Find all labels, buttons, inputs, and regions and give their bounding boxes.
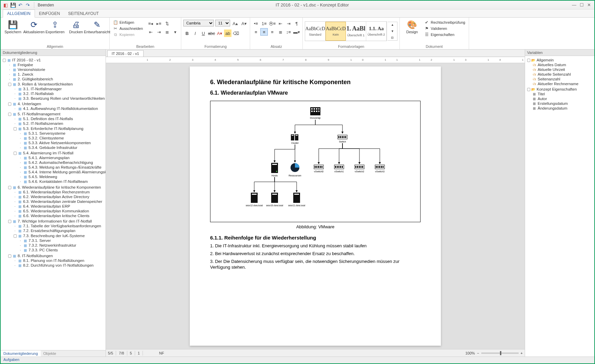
font-name-select[interactable]: Cambria	[183, 20, 214, 26]
outline-item[interactable]: ·▦7.3.1. Server	[18, 238, 105, 243]
outline-item[interactable]: ▢▦5. IT-Notfallmanagement·▦5.1. Definiti…	[7, 111, 105, 185]
outline-item[interactable]: ·▦6.3. Wiederanlaufplan zentrale Datensp…	[13, 199, 105, 204]
outdent-icon[interactable]: ⇤	[147, 28, 154, 36]
validate-button[interactable]: ⚑Validieren	[423, 26, 467, 31]
quit-button[interactable]: Beenden	[38, 3, 54, 7]
ruler-horizontal[interactable]: 1 2 3 4 5 6 7 8 9 10 11 12 13 14 15 16 1…	[106, 57, 525, 63]
outline-item[interactable]: ·▦5.4.4. Interne Meldung gemäß Alarmieru…	[18, 170, 105, 174]
outline-item[interactable]: ·▦8.2. Durchführung von IT-Notfallübunge…	[13, 263, 105, 268]
outline-item[interactable]: ·▦3.2. IT-Notfallstab	[13, 91, 105, 96]
tab-insert[interactable]: EINFÜGEN	[35, 10, 64, 17]
outline-item[interactable]: ·▦6.6. Wiederanlaufplan kritische Client…	[13, 213, 105, 218]
outline-item[interactable]: ·▦5.1. Definition des IT-Notfalls	[13, 116, 105, 121]
outline-item[interactable]: ·▦6.4. Wiederanlaufplan ERP	[13, 204, 105, 209]
style-standard[interactable]: AaBbCcDStandard	[305, 22, 326, 41]
outline-item[interactable]: ▢▦3. Rollen & Verantwortlichkeiten·▦3.1.…	[7, 81, 105, 101]
outline-item[interactable]: ▢▦5.3. Erforderliche IT-Notfallplanung·▦…	[13, 126, 105, 150]
clear-format-icon[interactable]: ⌫	[232, 30, 240, 37]
var-modified[interactable]: ⊞Änderungsdatum	[532, 106, 594, 111]
outline-item[interactable]: ·▦6.5. Wiederanlaufplan Kommunikation	[13, 209, 105, 213]
indent-inc-icon[interactable]: ▸≡	[155, 20, 163, 27]
line-spacing-icon[interactable]: ↕≡	[285, 28, 292, 36]
outline-item[interactable]: ·▦5.3.4. Gebäude Infrastruktur	[18, 145, 105, 150]
var-current-date[interactable]: √xAktuelles Datum	[532, 62, 594, 67]
shrink-font-icon[interactable]: A▾	[240, 20, 248, 27]
align-center-icon[interactable]: ≡	[260, 28, 268, 36]
outline-item[interactable]: ·▦Versionshistorie	[7, 67, 105, 72]
increase-indent-icon[interactable]: ⇥	[285, 20, 292, 27]
properties-button[interactable]: ☰Eigenschaften	[423, 32, 467, 37]
variables-tree[interactable]: ▢📂Allgemein √xAktuelles Datum √xAktuelle…	[525, 56, 594, 357]
page-scroll[interactable]: 6. Wiederanlaufpläne für kritische Kompo…	[106, 63, 525, 349]
outline-item[interactable]: ▢▦4. Unterlagen·▦4.1. Aufbewahrung IT-No…	[7, 101, 105, 111]
var-author[interactable]: ⊞Autor	[532, 96, 594, 101]
var-page-count[interactable]: √xSeitenanzahl	[532, 77, 594, 81]
tab-general[interactable]: ALLGEMEIN	[3, 9, 35, 18]
zoom-in-icon[interactable]: +	[521, 351, 523, 355]
outline-item[interactable]: ·▦7.3.3. PC Clients	[18, 248, 105, 252]
outline-item[interactable]: ·▦5.4.6. Kontaktdaten IT-Notfallteam	[18, 179, 105, 184]
outline-item[interactable]: ▢▦7.3. Beschreibung der IuK-Systeme·▦7.3…	[13, 233, 105, 253]
refresh-button[interactable]: ⟳Aktualisieren	[24, 18, 44, 35]
style-h1[interactable]: 1. AaBlÜberschrift 1	[346, 22, 366, 41]
outline-item[interactable]: ·▦5.3.1. Serversysteme	[18, 131, 105, 136]
indent-dec-icon[interactable]: ≡◂	[147, 20, 154, 27]
outline-item[interactable]: ·▦1. Zweck	[7, 72, 105, 77]
outline-item[interactable]: ·▦5.4.3. Meldung an Rettungs-/Einsatzkrä…	[18, 165, 105, 170]
bullets-icon[interactable]: •≡	[252, 20, 260, 27]
show-marks-icon[interactable]: ¶	[293, 20, 300, 27]
paste-button[interactable]: 📋Einfügen	[112, 20, 144, 25]
list-icon[interactable]: ≣	[163, 28, 171, 36]
outline-item[interactable]: ·▦7.1. Tabelle der Verfügbarkeitsanforde…	[13, 224, 105, 228]
outline-item[interactable]: ·▦Freigabe	[7, 62, 105, 67]
styles-more-icon[interactable]: ⊟	[389, 35, 396, 40]
indent-icon[interactable]: ⇥	[155, 28, 163, 36]
copy-button[interactable]: ⧉Kopieren	[112, 32, 144, 37]
outline-item[interactable]: ▢▦7. Wichtige Informationen für den IT-N…	[7, 218, 105, 253]
outline-item[interactable]: ·▦3.3. Besetzung Rollen und Verantwortli…	[13, 96, 105, 101]
font-size-select[interactable]: 11	[215, 20, 230, 26]
outline-item[interactable]: ▢▦IT 2016 - 02 - v1·▦Freigabe·▦Versionsh…	[2, 57, 105, 268]
outline-tab-gliederung[interactable]: Dokumentgliederung	[1, 350, 41, 357]
align-right-icon[interactable]: ≡	[268, 28, 276, 36]
styles-up-icon[interactable]: ▲	[389, 22, 396, 27]
grow-font-icon[interactable]: A▴	[231, 20, 239, 27]
outline-item[interactable]: ·▦5.2. IT-Notfallszenarien	[13, 121, 105, 126]
italic-icon[interactable]: I	[191, 30, 199, 37]
sort-icon[interactable]: ⇅	[163, 20, 171, 27]
outline-item[interactable]: ·▦6.1. Wiederanlaufplan Rechenzentrum	[13, 190, 105, 194]
font-color-icon[interactable]: A▾	[216, 30, 223, 37]
spellcheck-button[interactable]: ✔Rechtschreibprüfung	[423, 20, 467, 25]
save-button[interactable]: 💾Speichern	[3, 18, 23, 35]
var-title[interactable]: ⊞Titel	[532, 92, 594, 96]
outline-item[interactable]: ·▦5.4.5. Meldeweg	[18, 174, 105, 179]
multilevel-icon[interactable]: ⦿≡	[268, 20, 276, 27]
outline-item[interactable]: ▢▦5.4. Alarmierung im IT-Notfall·▦5.4.1.…	[13, 150, 105, 184]
highlight-icon[interactable]: ab	[224, 30, 231, 37]
style-h2[interactable]: 1.1. AaÜberschrift 2	[366, 22, 387, 41]
style-none[interactable]: AaBbCcDKein	[326, 22, 346, 41]
outline-item[interactable]: ·▦4.1. Aufbewahrung IT-Notfalldokumentat…	[13, 106, 105, 111]
shading-icon[interactable]: ▬▾	[293, 28, 300, 36]
save-icon[interactable]: 💾	[10, 2, 16, 8]
outline-item[interactable]: ▢▦8. IT-Notfallübungen·▦8.1. Planung von…	[7, 253, 105, 268]
outline-item[interactable]: ·▦7.3.2. Netzwerkinfrastruktur	[18, 243, 105, 248]
outline-item[interactable]: ·▦5.4.1. Alarmierungsplan	[18, 155, 105, 160]
export-button[interactable]: ⇪Exportieren	[45, 18, 65, 35]
align-justify-icon[interactable]: ≣	[277, 28, 284, 36]
outline-item[interactable]: ·▦3.1. IT-Notfallmanager	[13, 87, 105, 91]
outline-tab-objekte[interactable]: Objekte	[41, 350, 59, 357]
strike-icon[interactable]: abc	[208, 30, 215, 37]
minimize-button[interactable]: —	[572, 2, 576, 7]
align-left-icon[interactable]: ≡	[252, 28, 260, 36]
outline-item[interactable]: ·▦7.2. Ersatzbeschäftigungsplan	[13, 228, 105, 233]
var-current-page[interactable]: √xAktuelle Seitenzahl	[532, 72, 594, 77]
numbering-icon[interactable]: 1≡	[260, 20, 268, 27]
zoom-slider[interactable]	[481, 352, 519, 354]
draftview-button[interactable]: ✎Entwurfsansicht	[87, 18, 107, 35]
redo-icon[interactable]: ↷	[25, 2, 31, 8]
outline-item[interactable]: ·▦5.3.2. Clientsysteme	[18, 136, 105, 140]
close-button[interactable]: ✕	[587, 2, 591, 7]
outline-item[interactable]: ·▦5.3.3. Aktive Netzwerkkomponenten	[18, 140, 105, 145]
outline-tree[interactable]: ▢▦IT 2016 - 02 - v1·▦Freigabe·▦Versionsh…	[1, 56, 106, 350]
